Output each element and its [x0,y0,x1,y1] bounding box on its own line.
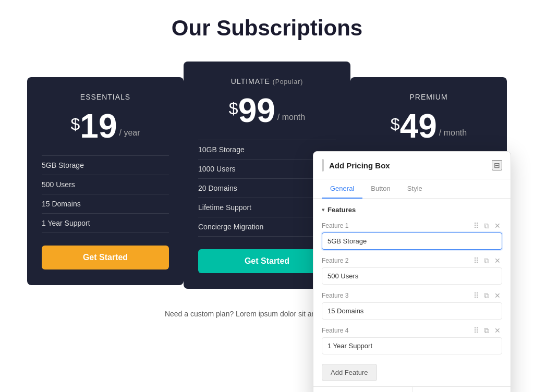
premium-dollar: $ [391,115,400,134]
premium-period: / month [439,128,467,138]
save-button[interactable]: Save [313,387,412,392]
feature-2-delete-button[interactable]: ✕ [493,256,502,265]
features-section-header[interactable]: ▾ Features [322,206,502,214]
ultimate-price-row: $ 99 / month [198,94,336,127]
feature-1-copy-button[interactable]: ⧉ [482,221,491,230]
premium-title: PREMIUM [365,93,492,101]
ultimate-period: / month [277,113,305,122]
panel-footer: Save Cancel [313,386,511,392]
popular-badge: (Popular) [273,78,303,85]
feature-2-actions: ⠿ ⧉ ✕ [472,256,502,265]
feature-3-delete-button[interactable]: ✕ [493,291,502,300]
essentials-amount: 19 [80,109,117,143]
list-item: 1 Year Support [42,214,169,233]
feature-4-header: Feature 4 ⠿ ⧉ ✕ [322,326,502,335]
tab-general[interactable]: General [322,179,362,199]
feature-1-label: Feature 1 [322,222,348,229]
card-essentials: ESSENTIALS $ 19 / year 5GB Storage 500 U… [27,77,184,285]
list-item: 500 Users [42,175,169,194]
page-title: Our Subscriptions [10,16,524,41]
feature-4-drag-button[interactable]: ⠿ [472,326,480,335]
feature-4-delete-button[interactable]: ✕ [493,326,502,335]
tab-style[interactable]: Style [399,179,431,199]
premium-amount: 49 [400,109,437,143]
panel-header: Add Pricing Box ⊟ [313,152,511,179]
ultimate-dollar: $ [229,99,238,118]
list-item: 5GB Storage [42,155,169,175]
feature-4-copy-button[interactable]: ⧉ [482,326,491,335]
feature-2-value[interactable]: 500 Users [322,267,502,285]
feature-3-drag-button[interactable]: ⠿ [472,291,480,300]
add-pricing-box-panel: Add Pricing Box ⊟ General Button Style ▾… [313,151,511,392]
essentials-features: 5GB Storage 500 Users 15 Domains 1 Year … [42,155,169,233]
chevron-down-icon: ▾ [322,207,324,213]
add-feature-button[interactable]: Add Feature [322,364,377,381]
essentials-get-started-button[interactable]: Get Started [42,246,169,270]
feature-3-value[interactable]: 15 Domains [322,302,502,320]
feature-1-delete-button[interactable]: ✕ [493,221,502,230]
panel-body: ▾ Features Feature 1 ⠿ ⧉ ✕ Feature [313,199,511,386]
tab-button[interactable]: Button [362,179,399,199]
feature-3-label: Feature 3 [322,292,348,299]
feature-3-header: Feature 3 ⠿ ⧉ ✕ [322,291,502,300]
feature-2-drag-button[interactable]: ⠿ [472,256,480,265]
panel-minimize-button[interactable]: ⊟ [492,160,502,170]
drag-handle-icon[interactable] [322,159,324,172]
feature-item-2: Feature 2 ⠿ ⧉ ✕ 500 Users [322,256,502,285]
feature-1-drag-button[interactable]: ⠿ [472,221,480,230]
panel-tabs: General Button Style [313,179,511,199]
feature-3-actions: ⠿ ⧉ ✕ [472,291,502,300]
feature-item-1: Feature 1 ⠿ ⧉ ✕ [322,221,502,250]
essentials-dollar: $ [71,115,80,134]
essentials-title: ESSENTIALS [42,93,169,101]
feature-1-header: Feature 1 ⠿ ⧉ ✕ [322,221,502,230]
features-section-label: Features [327,206,356,214]
minimize-icon: ⊟ [494,161,500,169]
feature-4-actions: ⠿ ⧉ ✕ [472,326,502,335]
feature-1-input[interactable] [322,232,502,250]
essentials-price-row: $ 19 / year [42,109,169,143]
premium-price-row: $ 49 / month [365,109,492,143]
feature-2-label: Feature 2 [322,257,348,264]
list-item: 15 Domains [42,194,169,214]
cancel-button[interactable]: Cancel [412,387,511,392]
panel-title: Add Pricing Box [329,161,492,170]
feature-4-label: Feature 4 [322,327,348,334]
feature-3-copy-button[interactable]: ⧉ [482,291,491,300]
feature-item-4: Feature 4 ⠿ ⧉ ✕ 1 Year Support [322,326,502,354]
ultimate-title: ULTIMATE (Popular) [198,77,336,85]
essentials-period: / year [119,128,140,138]
feature-4-value[interactable]: 1 Year Support [322,337,502,354]
ultimate-amount: 99 [238,94,275,127]
page-container: Our Subscriptions ESSENTIALS $ 19 / year… [0,0,534,392]
feature-2-header: Feature 2 ⠿ ⧉ ✕ [322,256,502,265]
feature-2-copy-button[interactable]: ⧉ [482,256,491,265]
feature-item-3: Feature 3 ⠿ ⧉ ✕ 15 Domains [322,291,502,320]
feature-1-actions: ⠿ ⧉ ✕ [472,221,502,230]
